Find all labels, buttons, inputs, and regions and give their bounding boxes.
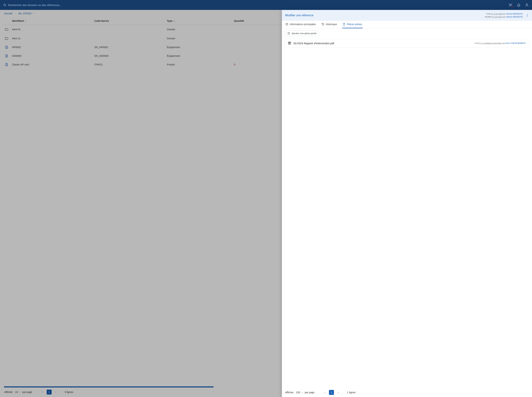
cell-type: Équipement [165, 43, 232, 52]
tab-info-label: Informations principales [290, 23, 316, 26]
add-attachment-label: Ajouter une pièce jointe [292, 32, 316, 35]
par-page-label: par page [23, 391, 32, 393]
cell-code [92, 25, 165, 34]
folder-icon [3, 34, 10, 43]
file-icon [3, 52, 10, 60]
info-icon [286, 23, 288, 26]
lines-count: 1 lignes [347, 391, 355, 394]
cell-code: SN_ID00009 [92, 52, 165, 60]
sort-desc-icon [24, 19, 27, 22]
prev-page-button[interactable] [40, 390, 45, 395]
tab-history-label: Historique [326, 23, 337, 26]
svg-point-18 [527, 15, 528, 16]
cell-id: HP0002 [10, 43, 92, 52]
profile-icon[interactable] [525, 3, 529, 7]
cell-code: ITHPCL [92, 60, 165, 69]
topbar [0, 0, 532, 10]
cell-code [92, 34, 165, 43]
caret-down-icon [19, 391, 21, 393]
next-page-button[interactable] [336, 390, 341, 395]
drawer-body: Ajouter une pièce jointe 03:2024 Rapport… [282, 28, 532, 388]
col-quantite[interactable]: Quantité [232, 17, 287, 25]
history-icon [322, 23, 324, 26]
cell-type: Équipement [165, 52, 232, 60]
per-page-value: 100 [296, 391, 300, 394]
col-identifiant[interactable]: Identifiant [10, 17, 92, 25]
cell-qte [232, 52, 287, 60]
cell-id: Clavier HP mini [10, 60, 92, 69]
drawer-title: Modifier une référence [285, 14, 313, 17]
drawer-header: Modifier une référence Créé il y a un mo… [282, 10, 532, 21]
drawer-tabs: Informations principales Historique Pièc… [282, 21, 532, 28]
chevron-right-icon [14, 12, 16, 15]
caret-down-icon [301, 391, 303, 393]
cell-id: AAA-01 [10, 25, 92, 34]
created-by-link[interactable]: Jeremy MODESTE [506, 13, 523, 15]
pagination-left: Afficher: 10 par page 1 5 lignes [4, 390, 73, 395]
file-icon [3, 43, 10, 52]
svg-marker-7 [33, 13, 34, 14]
attachment-name: 03:2024 Rapport d'intervention.pdf [294, 42, 334, 45]
more-menu-button[interactable] [526, 14, 529, 17]
search-icon [3, 3, 6, 6]
cell-qte [232, 34, 287, 43]
svg-point-19 [527, 16, 528, 16]
barcode-scan-icon[interactable] [509, 3, 513, 7]
cell-qte [232, 43, 287, 52]
folder-icon [3, 25, 10, 34]
per-page-select[interactable]: 10 [15, 391, 21, 393]
svg-point-17 [527, 14, 528, 15]
svg-rect-24 [289, 43, 290, 43]
col-type[interactable]: Type [165, 17, 232, 25]
caret-down-icon [32, 12, 34, 14]
attachment-meta: Créé il y a quelques secondes par Axel C… [475, 42, 526, 44]
svg-marker-25 [302, 392, 302, 393]
cell-qte [232, 25, 287, 34]
per-page-value: 10 [15, 391, 18, 393]
current-page[interactable]: 1 [47, 390, 52, 395]
file-icon [287, 32, 290, 35]
breadcrumb-current[interactable]: AA- STOCK [18, 12, 34, 15]
afficher-label: Afficher: [4, 391, 13, 393]
modified-by-link[interactable]: Jeremy MODESTE [506, 16, 523, 18]
attachment-row[interactable]: 03:2024 Rapport d'intervention.pdf Créé … [285, 39, 529, 48]
prev-page-button[interactable] [322, 390, 327, 395]
per-page-select[interactable]: 100 [296, 391, 303, 394]
tab-attachments-label: Pièces jointes [347, 23, 362, 26]
svg-point-6 [526, 4, 527, 5]
par-page-label: par page [305, 391, 314, 394]
barcode-badge-dot [512, 6, 513, 7]
tab-history[interactable]: Historique [321, 21, 337, 28]
side-drawer: Modifier une référence Créé il y a un mo… [282, 10, 532, 397]
lines-count: 5 lignes [65, 391, 73, 393]
cell-type: Produit [165, 60, 232, 69]
breadcrumb-current-label: AA- STOCK [18, 12, 31, 15]
cell-id: ID00009 [10, 52, 92, 60]
search-input[interactable] [8, 4, 506, 6]
current-page[interactable]: 1 [329, 390, 334, 395]
col-icon [3, 17, 10, 25]
svg-point-0 [4, 4, 6, 6]
cell-type: Dossier [165, 25, 232, 34]
notifications-icon[interactable] [517, 3, 521, 7]
file-icon [3, 60, 10, 69]
col-codebarres[interactable]: Code-barres [92, 17, 165, 25]
cell-qte: 0 [232, 60, 287, 69]
cell-type: Dossier [165, 34, 232, 43]
breadcrumb-home[interactable]: Accueil [4, 12, 12, 15]
pdf-icon [288, 41, 291, 45]
next-page-button[interactable] [53, 390, 58, 395]
svg-line-1 [5, 6, 6, 6]
drawer-meta: Créé il y a un mois par Jeremy MODESTE. … [485, 12, 523, 18]
global-search[interactable] [3, 3, 506, 6]
afficher-label: Afficher: [285, 391, 294, 394]
sort-desc-icon [173, 19, 175, 22]
cell-id: AAA-11 [10, 34, 92, 43]
tab-info[interactable]: Informations principales [285, 21, 316, 28]
svg-marker-16 [19, 392, 20, 392]
file-icon [342, 23, 345, 26]
pagination-right: Afficher: 100 par page 1 1 lignes [282, 388, 532, 397]
attachment-by-link[interactable]: Axel CHEVENEMENT [506, 42, 526, 44]
tab-attachments[interactable]: Pièces jointes [342, 21, 362, 28]
add-attachment-button[interactable]: Ajouter une pièce jointe [285, 31, 319, 36]
